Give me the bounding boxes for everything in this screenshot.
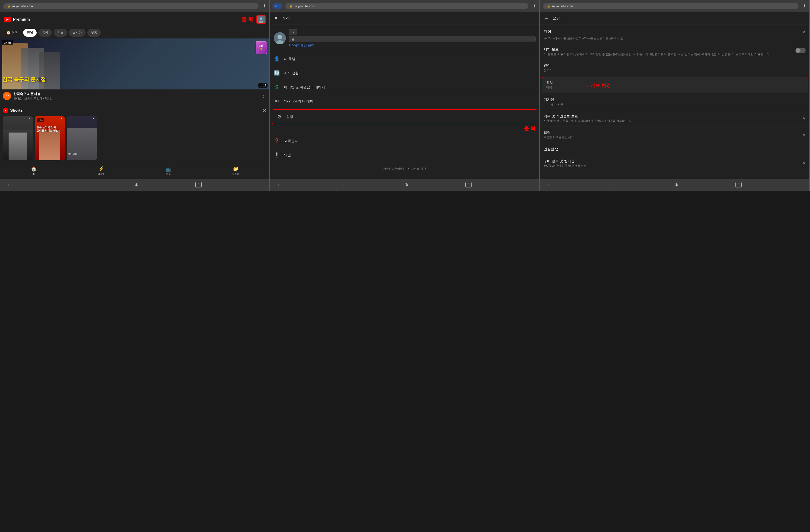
shorts-close-button[interactable]: ✕ — [262, 108, 266, 114]
svg-point-4 — [277, 35, 282, 39]
lock-icon-2: 🔒 — [289, 4, 293, 7]
language-title: 언어 — [544, 63, 806, 68]
tab-switcher-2[interactable]: :) — [465, 182, 472, 188]
video-thumbnail[interactable]: KFA🦁 간다호 한국 축구의 문제점 14:19 — [0, 38, 270, 90]
shorts-header: ▶ Shorts ✕ — [3, 108, 266, 114]
purchase-text: 구매 항목 및 멤버십 YouTube 구매 항목 및 멤버십 관리 — [544, 159, 586, 168]
forward-button-2[interactable]: → — [338, 181, 348, 189]
tab-explore[interactable]: 🧭탐색 — [3, 29, 21, 37]
settings-location-row[interactable]: 위치 터키 — [542, 77, 808, 93]
browser-bar-1: 🔒 m.youtube.com ⬆ — [0, 0, 270, 12]
settings-language-row[interactable]: 언어 한국어 — [540, 60, 809, 76]
settings-notifications-row[interactable]: 알림 수신할 이메일 알림 선택 ∨ — [540, 127, 809, 143]
shorts-title-area: ▶ Shorts — [3, 108, 23, 113]
channel-avatar[interactable]: 간 — [3, 92, 11, 100]
video-info: 간 한국축구의 문제점 간다호 • 조회수 23만회 • 3일 전 ⋮ — [0, 90, 270, 103]
back-button-1[interactable]: ← — [5, 181, 14, 189]
tab-music[interactable]: 음악 — [38, 29, 52, 37]
back-button-2[interactable]: ← — [275, 181, 284, 189]
menu-my-channel[interactable]: 👤 내 채널 — [270, 52, 539, 66]
settings-connected-apps-row[interactable]: 연결된 앱 — [540, 143, 809, 155]
yt-header: Premium 클 릭 — [0, 12, 270, 27]
short-item-2[interactable]: 에X스 맑은 눈의 광인이선배를 먹이는 방법 ⋮ — [35, 116, 65, 160]
tab-mix[interactable]: 믹스 — [54, 29, 67, 37]
menu-account-switch[interactable]: 🔄 계좌 전환 — [270, 66, 539, 80]
history-title: 기록 및 개인정보 보호 — [544, 114, 631, 118]
footer-separator: • — [408, 167, 409, 171]
menu-settings[interactable]: ⚙ 설정 — [272, 110, 537, 124]
share-icon-2[interactable]: ⬆ — [533, 3, 536, 9]
tab-switcher-3[interactable]: :) — [735, 182, 742, 188]
tab-all[interactable]: 전체 — [23, 29, 37, 37]
share-icon-3[interactable]: ⬆ — [803, 3, 806, 9]
settings-account-header[interactable]: 계정 ∧ — [540, 25, 809, 36]
tab-live[interactable]: 실시간 — [69, 29, 85, 37]
nav-subscribe[interactable]: 📺 구독 — [134, 165, 202, 177]
yt-header-icons: 클 릭 — [242, 15, 266, 24]
new-tab-button-1[interactable]: ⊕ — [132, 180, 141, 189]
nav-home[interactable]: 🏠 홈 — [0, 165, 67, 177]
restricted-toggle[interactable] — [795, 48, 806, 53]
short-item-1[interactable]: ⋮ — [3, 116, 33, 160]
language-value: 한국어 — [544, 68, 806, 72]
panel-1-content: Premium 클 릭 🧭탐색 전체 음악 믹스 실시간 — [0, 12, 270, 163]
video-more-button[interactable]: ⋮ — [260, 92, 266, 99]
design-title: 디자인 — [544, 98, 806, 102]
settings-design-row[interactable]: 디자인 기기 테마 사용 — [540, 94, 809, 110]
switch-label: 계좌 전환 — [284, 71, 299, 75]
tab-real[interactable]: 부동 — [87, 29, 101, 37]
url-text-1: m.youtube.com — [12, 4, 33, 8]
short-item-3[interactable]: 크린 나가 ⋮ — [67, 116, 97, 160]
forward-button-3[interactable]: → — [609, 181, 618, 189]
data-icon: 👁 — [274, 98, 280, 104]
settings-account-desc: YouTube에서 나를 표현하고 YouTube를 보는 방식을 선택하세요 — [540, 36, 809, 44]
feedback-icon: ❕ — [274, 152, 280, 158]
account-menu-title: 계정 — [282, 16, 290, 21]
nav-shorts[interactable]: ⚡ Shorts — [67, 165, 135, 177]
short-more-3[interactable]: ⋮ — [92, 118, 95, 122]
menu-purchase[interactable]: 💲 아이템 및 회원십 구매하기 — [270, 80, 539, 94]
menu-my-data[interactable]: 👁 YouTube의 내 데이터 — [270, 94, 539, 109]
kfa-logo: KFA🦁 — [256, 41, 267, 55]
menu-help[interactable]: ❓ 고객센터 — [270, 134, 539, 148]
history-chevron: ∨ — [803, 116, 806, 121]
close-button[interactable]: ✕ — [274, 15, 278, 21]
restricted-text: 제한 모드 이 모드를 사용하면 미성년자에게 부적합할 수 있는 동영상을 숨… — [544, 47, 793, 57]
location-title: 위치 — [546, 81, 803, 85]
google-manage-link[interactable]: Google 계정 관리 — [289, 43, 536, 48]
menu-button-1[interactable]: ··· — [256, 181, 265, 189]
settings-history-row[interactable]: 기록 및 개인정보 보호 시청 및 검색 기록을 관리하고 Google 개인정… — [540, 110, 809, 127]
design-value: 기기 테마 사용 — [544, 103, 806, 107]
share-icon-1[interactable]: ⬆ — [263, 3, 266, 9]
back-arrow[interactable]: ← — [544, 15, 549, 21]
profile-avatar[interactable] — [274, 32, 286, 44]
new-tab-button-3[interactable]: ⊕ — [672, 180, 681, 189]
translate-badge: A→ — [273, 3, 282, 9]
restricted-desc: 이 모드를 사용하면 미성년자에게 부적합할 수 있는 동영상을 숨길 수 있습… — [544, 52, 793, 57]
settings-purchase-row[interactable]: 구매 항목 및 멤버십 YouTube 구매 항목 및 멤버십 관리 ∨ — [540, 155, 809, 172]
shorts-icon: ▶ — [3, 108, 9, 113]
menu-button-2[interactable]: ··· — [526, 181, 535, 189]
settings-account-title: 계정 — [544, 29, 551, 34]
lock-icon: 🔒 — [7, 4, 11, 7]
shorts-grid: ⋮ 에X스 맑은 눈의 광인이선배를 먹이는 방법 ⋮ 크린 나가 — [3, 116, 266, 160]
url-bar-2[interactable]: 🔒 m.youtube.com — [285, 3, 528, 9]
menu-feedback[interactable]: ❕ 의견 — [270, 148, 539, 162]
url-text-3: m.youtube.com — [552, 4, 573, 8]
notifications-title: 알림 — [544, 130, 574, 135]
back-button-3[interactable]: ← — [545, 181, 554, 189]
terms-link[interactable]: 서비스 약관 — [411, 167, 426, 171]
nav-library[interactable]: 📁 보관함 — [202, 165, 270, 177]
short-more-1[interactable]: ⋮ — [28, 118, 32, 122]
url-bar-3[interactable]: 🔒 m.youtube.com — [543, 3, 798, 9]
account-menu-content: ✕ 계정 ▾ @ Google 계정 관리 — [270, 12, 539, 179]
url-bar-1[interactable]: 🔒 m.youtube.com — [3, 3, 259, 9]
tab-switcher-1[interactable]: :) — [195, 182, 201, 188]
forward-button-1[interactable]: → — [68, 181, 78, 189]
short-more-2[interactable]: ⋮ — [60, 118, 63, 122]
privacy-link[interactable]: 개인정보처리방침 — [383, 167, 406, 171]
user-avatar[interactable] — [256, 15, 266, 24]
menu-button-3[interactable]: ··· — [796, 181, 805, 189]
new-tab-button-2[interactable]: ⊕ — [402, 180, 411, 189]
home-icon: 🏠 — [31, 166, 37, 172]
